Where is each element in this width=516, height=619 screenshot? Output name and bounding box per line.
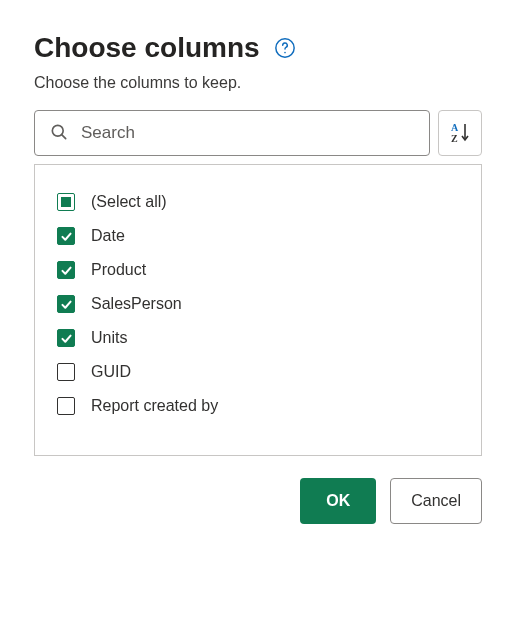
search-icon <box>49 122 69 145</box>
svg-point-1 <box>284 52 286 54</box>
checkbox-unchecked-icon <box>57 363 75 381</box>
dialog-subtitle: Choose the columns to keep. <box>34 74 482 92</box>
column-row[interactable]: GUID <box>57 355 459 389</box>
checkbox-checked-icon <box>57 227 75 245</box>
select-all-label: (Select all) <box>91 193 167 211</box>
column-label: Product <box>91 261 146 279</box>
checkbox-indeterminate-icon <box>57 193 75 211</box>
checkbox-unchecked-icon <box>57 397 75 415</box>
column-label: Units <box>91 329 127 347</box>
dialog-title: Choose columns <box>34 32 260 64</box>
svg-text:Z: Z <box>451 133 458 144</box>
column-row[interactable]: Report created by <box>57 389 459 423</box>
checkbox-checked-icon <box>57 295 75 313</box>
column-label: SalesPerson <box>91 295 182 313</box>
help-icon[interactable] <box>274 37 296 59</box>
svg-line-3 <box>62 134 66 138</box>
ok-button[interactable]: OK <box>300 478 376 524</box>
column-list: (Select all) DateProductSalesPersonUnits… <box>34 164 482 456</box>
column-label: Date <box>91 227 125 245</box>
svg-text:A: A <box>451 122 459 133</box>
sort-button[interactable]: A Z <box>438 110 482 156</box>
cancel-button[interactable]: Cancel <box>390 478 482 524</box>
search-input-wrapper[interactable] <box>34 110 430 156</box>
column-row[interactable]: Date <box>57 219 459 253</box>
search-input[interactable] <box>79 122 415 144</box>
column-row[interactable]: Product <box>57 253 459 287</box>
checkbox-checked-icon <box>57 261 75 279</box>
sort-az-icon: A Z <box>448 120 472 147</box>
column-label: Report created by <box>91 397 218 415</box>
select-all-row[interactable]: (Select all) <box>57 185 459 219</box>
column-row[interactable]: Units <box>57 321 459 355</box>
column-row[interactable]: SalesPerson <box>57 287 459 321</box>
checkbox-checked-icon <box>57 329 75 347</box>
column-label: GUID <box>91 363 131 381</box>
